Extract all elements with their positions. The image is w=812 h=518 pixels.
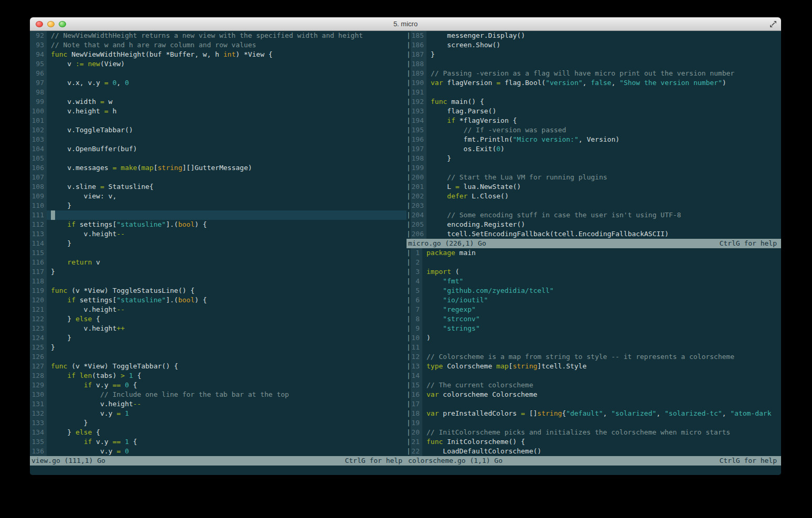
code-line[interactable]: |1package main [407,248,781,258]
code-line[interactable]: |13type Colorscheme map[string]tcell.Sty… [407,362,781,371]
code-line[interactable]: 106 v.messages = make(map[string][]Gutte… [30,163,407,173]
code-line[interactable]: |190var flagVersion = flag.Bool("version… [407,78,781,88]
code-line[interactable]: 94func NewViewWidthHeight(buf *Buffer, w… [30,50,407,59]
code-line[interactable]: |18var preInstalledColors = []string{"de… [407,409,781,418]
code-line[interactable]: |187} [407,50,781,59]
code-line[interactable]: |11 [407,343,781,352]
window-titlebar[interactable]: 5. micro [30,17,781,31]
pane-micro-go[interactable]: |185 messenger.Display()|186 screen.Show… [407,31,781,239]
code-line[interactable]: |206 tcell.SetEncodingFallback(tcell.Enc… [407,229,781,239]
code-line[interactable]: |191 [407,88,781,97]
code-line[interactable]: 110 } [30,201,407,210]
code-line[interactable]: 133 } [30,418,407,428]
code-line[interactable]: |5 "github.com/zyedidia/tcell" [407,286,781,295]
code-line[interactable]: 113 v.height-- [30,229,407,239]
code-line[interactable]: 101 [30,116,407,125]
code-line[interactable]: 121 v.height-- [30,305,407,314]
close-button[interactable] [36,21,43,27]
code-line[interactable]: |14 [407,371,781,380]
code-line[interactable]: |15// The current colorscheme [407,380,781,390]
code-line[interactable]: |16var colorscheme Colorscheme [407,390,781,399]
code-line[interactable]: |203 [407,201,781,210]
code-line[interactable]: 124 } [30,333,407,343]
code-line[interactable]: |21func InitColorscheme() { [407,437,781,447]
code-line[interactable]: 135 if v.y == 1 { [30,437,407,447]
zoom-button[interactable] [59,21,66,27]
code-line[interactable]: 122 } else { [30,314,407,324]
code-line[interactable]: |194 if *flagVersion { [407,116,781,125]
code-line[interactable]: |195 // If -version was passed [407,125,781,135]
code-line[interactable]: 117} [30,267,407,277]
code-line[interactable]: 108 v.sline = Statusline{ [30,182,407,192]
code-line[interactable]: |185 messenger.Display() [407,31,781,40]
code-line[interactable]: 104 v.OpenBuffer(buf) [30,144,407,154]
code-line[interactable]: 129 if v.y == 0 { [30,380,407,390]
code-line[interactable]: 105 [30,154,407,163]
token: } [51,343,55,351]
code-line[interactable]: |10) [407,333,781,343]
code-line[interactable]: |201 L = lua.NewState() [407,182,781,192]
code-line[interactable]: 103 [30,135,407,144]
code-line[interactable]: |192func main() { [407,97,781,107]
code-line[interactable]: 115 [30,248,407,258]
code-line[interactable]: 132 v.y = 1 [30,409,407,418]
code-line[interactable]: |200 // Start the Lua VM for running plu… [407,173,781,182]
code-line[interactable]: 107 [30,173,407,182]
code-line[interactable]: |7 "regexp" [407,305,781,314]
code-line[interactable]: |205 encoding.Register() [407,220,781,229]
code-line[interactable]: 95 v := new(View) [30,59,407,69]
code-line[interactable]: |202 defer L.Close() [407,192,781,201]
code-line[interactable]: |19 [407,418,781,428]
code-line[interactable]: |20// InitColorscheme picks and initiali… [407,428,781,437]
code-line[interactable]: 112 if settings["statusline"].(bool) { [30,220,407,229]
code-line[interactable]: 102 v.ToggleTabbar() [30,125,407,135]
code-line[interactable]: |22 LoadDefaultColorscheme() [407,447,781,456]
code-line[interactable]: 92// NewViewWidthHeight returns a new vi… [30,31,407,40]
code-line[interactable]: 130 // Include one line for the tab bar … [30,390,407,399]
code-line[interactable]: 114 } [30,239,407,248]
code-line[interactable]: 97 v.x, v.y = 0, 0 [30,78,407,88]
line-number: 5 [411,286,422,295]
code-line[interactable]: 93// Note that w and h are raw column an… [30,40,407,50]
code-line[interactable]: 119func (v *View) ToggleStatusLine() { [30,286,407,295]
code-line[interactable]: |2 [407,258,781,267]
code-line[interactable]: 109 view: v, [30,192,407,201]
code-line[interactable]: |198 } [407,154,781,163]
code-line[interactable]: 111 [30,210,407,220]
code-line[interactable]: |197 os.Exit(0) [407,144,781,154]
code-line[interactable]: 134 } else { [30,428,407,437]
code-line[interactable]: 120 if settings["statusline"].(bool) { [30,295,407,305]
code-line[interactable]: |9 "strings" [407,324,781,333]
code-line[interactable]: |188 [407,59,781,69]
code-line[interactable]: |193 flag.Parse() [407,107,781,116]
code-line[interactable]: |199 [407,163,781,173]
code-line[interactable]: |189// Passing -version as a flag will h… [407,69,781,78]
code-line[interactable]: |6 "io/ioutil" [407,295,781,305]
code-line[interactable]: |186 screen.Show() [407,40,781,50]
code-line[interactable]: |12// Colorscheme is a map from string t… [407,352,781,362]
code-line[interactable]: 127func (v *View) ToggleTabbar() { [30,362,407,371]
code-line[interactable]: 116 return v [30,258,407,267]
code-line[interactable]: 128 if len(tabs) > 1 { [30,371,407,380]
code-line[interactable]: 123 v.height++ [30,324,407,333]
code-line[interactable]: 131 v.height-- [30,399,407,409]
code-line[interactable]: |204 // Some encoding stuff in case the … [407,210,781,220]
code-line[interactable]: 100 v.height = h [30,107,407,116]
code-line[interactable]: 99 v.width = w [30,97,407,107]
code-line[interactable]: |196 fmt.Println("Micro version:", Versi… [407,135,781,144]
code-line[interactable]: |3import ( [407,267,781,277]
command-bar[interactable] [30,466,781,475]
code-line[interactable]: 125} [30,343,407,352]
code-line[interactable]: |17 [407,399,781,409]
code-line[interactable]: 118 [30,277,407,286]
code-line[interactable]: 96 [30,69,407,78]
fullscreen-button[interactable] [770,20,777,28]
pane-colorscheme-go[interactable]: |1package main|2|3import (|4 "fmt"|5 "gi… [407,248,781,456]
code-line[interactable]: 126 [30,352,407,362]
pane-view-go[interactable]: 92// NewViewWidthHeight returns a new vi… [30,31,407,456]
minimize-button[interactable] [47,21,55,27]
code-line[interactable]: |4 "fmt" [407,277,781,286]
code-line[interactable]: 136 v.y = 0 [30,447,407,456]
code-line[interactable]: 98 [30,88,407,97]
code-line[interactable]: |8 "strconv" [407,314,781,324]
